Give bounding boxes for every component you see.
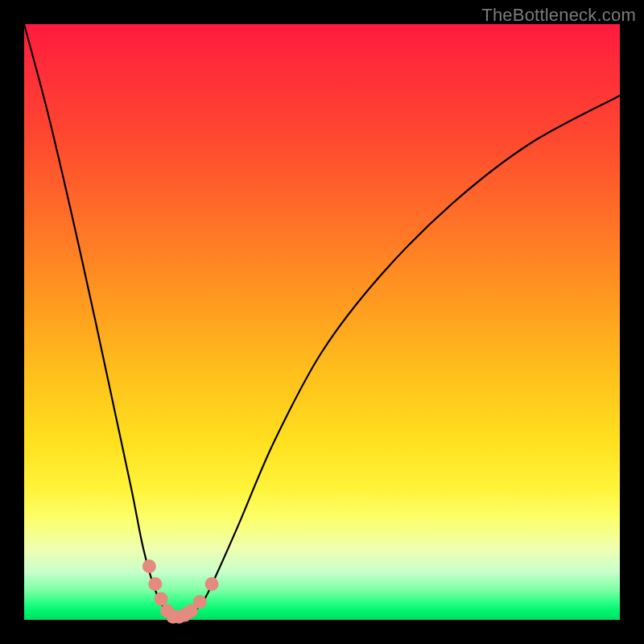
credit-label: TheBottleneck.com [481, 5, 636, 26]
marker-dot [142, 559, 156, 573]
marker-dot [205, 577, 219, 591]
bottleneck-curve [24, 24, 620, 621]
marker-dot [155, 592, 168, 606]
curve-markers [142, 559, 219, 624]
marker-dot [193, 595, 207, 609]
curve-svg [24, 24, 620, 620]
plot-area [24, 24, 620, 620]
marker-dot [148, 577, 162, 591]
chart-frame: TheBottleneck.com [0, 0, 644, 644]
